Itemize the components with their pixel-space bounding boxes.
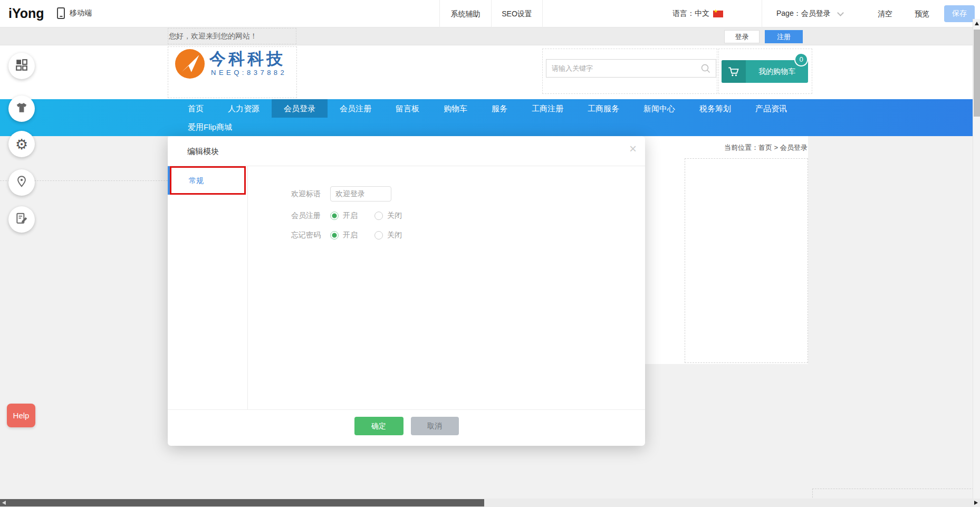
forgot-password-label: 忘记密码 <box>284 231 321 240</box>
edit-content-button[interactable] <box>8 206 35 233</box>
site-userbar: 您好，欢迎来到您的网站！ 登录 注册 <box>0 27 980 45</box>
cart-icon <box>722 60 746 83</box>
gear-icon: ⚙ <box>15 137 28 151</box>
search-input[interactable] <box>552 60 694 77</box>
save-button[interactable]: 保存 <box>944 5 975 22</box>
china-flag-icon <box>713 11 723 17</box>
language-selector[interactable]: 语言：中文 <box>672 0 723 27</box>
horizontal-scroll-thumb[interactable] <box>0 499 484 506</box>
clear-button[interactable]: 清空 <box>878 0 892 27</box>
page-selector[interactable]: Page：会员登录 <box>776 0 843 27</box>
app-logo: iYong <box>8 6 44 21</box>
radio-off[interactable] <box>374 231 383 240</box>
nav-item[interactable]: 留言板 <box>383 99 431 118</box>
tshirt-icon <box>14 100 29 117</box>
nav-item[interactable]: 税务筹划 <box>687 99 743 118</box>
site-search <box>546 59 716 78</box>
page-selector-label: Page：会员登录 <box>776 9 831 18</box>
location-button[interactable] <box>8 169 35 196</box>
nav-item[interactable]: 新闻中心 <box>631 99 687 118</box>
register-button[interactable]: 注册 <box>765 30 803 43</box>
scroll-left-arrow-icon[interactable] <box>2 501 6 505</box>
nav-item[interactable]: 产品资讯 <box>743 99 799 118</box>
scroll-right-arrow-icon[interactable] <box>974 501 978 505</box>
edit-module-dialog: 编辑模块 × 常规 欢迎标语 会员注册 开启 关闭 忘记密码 开启 关闭 确定 … <box>168 136 645 446</box>
scroll-up-arrow-icon[interactable] <box>975 22 979 25</box>
mobile-label: 移动端 <box>70 8 92 18</box>
search-icon[interactable] <box>700 63 711 76</box>
nav-item[interactable]: 工商注册 <box>520 99 575 118</box>
helper-menu: 系统辅助SEO设置 <box>439 0 543 27</box>
login-button[interactable]: 登录 <box>724 30 760 43</box>
helper-menu-item[interactable]: 系统辅助 <box>439 0 491 27</box>
breadcrumb: 当前位置：首页 > 会员登录 <box>724 143 808 152</box>
nav-item[interactable]: 会员注册 <box>328 99 383 118</box>
cancel-button[interactable]: 取消 <box>411 417 459 435</box>
welcome-slogan-row: 欢迎标语 <box>284 186 391 202</box>
company-logo-icon <box>175 49 205 79</box>
mobile-phone-icon <box>57 7 65 19</box>
chevron-down-icon <box>837 9 844 16</box>
vertical-scrollbar[interactable] <box>973 19 980 499</box>
company-name: 今科科技 <box>209 48 285 70</box>
location-pin-icon <box>15 175 28 190</box>
mobile-view-toggle[interactable]: 移动端 <box>57 7 92 19</box>
radio-on-selected[interactable] <box>330 231 339 240</box>
nav-row-2: 爱用Flip商城 <box>0 118 980 136</box>
nav-item[interactable]: 购物车 <box>431 99 479 118</box>
nav-item[interactable]: 人力资源 <box>216 99 272 118</box>
layout-grid-button[interactable] <box>8 53 35 79</box>
dialog-footer: 确定 取消 <box>168 409 645 446</box>
divider <box>762 0 762 27</box>
member-register-row: 会员注册 开启 关闭 <box>284 210 419 222</box>
language-label: 语言：中文 <box>672 9 709 18</box>
nav-item[interactable]: 服务 <box>479 99 520 118</box>
confirm-button[interactable]: 确定 <box>354 417 403 435</box>
nav-item[interactable]: 爱用Flip商城 <box>176 118 244 136</box>
helper-menu-item[interactable]: SEO设置 <box>491 0 543 27</box>
welcome-slogan-input[interactable] <box>330 186 391 202</box>
dialog-title: 编辑模块 <box>187 147 219 157</box>
greeting-text: 您好，欢迎来到您的网站！ <box>169 32 257 41</box>
dialog-tab-column: 常规 <box>168 166 248 409</box>
highlight-red-box <box>170 166 246 195</box>
radio-off-label[interactable]: 关闭 <box>387 231 402 240</box>
company-neeq-code: NEEQ:837882 <box>211 69 287 76</box>
site-header: 今科科技 NEEQ:837882 我的购物车 <box>0 45 980 99</box>
radio-on-label[interactable]: 开启 <box>343 211 358 221</box>
member-register-label: 会员注册 <box>284 211 321 221</box>
welcome-slogan-label: 欢迎标语 <box>284 189 321 199</box>
nav-row-1: 首页人力资源会员登录会员注册留言板购物车服务工商注册工商服务新闻中心税务筹划产品… <box>0 99 980 118</box>
vertical-scroll-thumb[interactable] <box>974 30 980 117</box>
cart-count-badge: 0 <box>794 53 808 66</box>
edit-doc-icon <box>15 212 28 227</box>
horizontal-scrollbar[interactable] <box>0 499 980 507</box>
help-button[interactable]: Help <box>7 404 35 427</box>
forgot-password-row: 忘记密码 开启 关闭 <box>284 229 419 241</box>
radio-on-label[interactable]: 开启 <box>343 231 358 240</box>
dialog-header: 编辑模块 × <box>168 136 645 166</box>
nav-item[interactable]: 首页 <box>176 99 216 118</box>
close-icon[interactable]: × <box>629 142 637 155</box>
nav-item[interactable]: 工商服务 <box>575 99 631 118</box>
settings-button[interactable]: ⚙ <box>8 131 35 157</box>
theme-style-button[interactable] <box>8 95 35 122</box>
layout-grid-icon <box>15 58 28 74</box>
radio-off[interactable] <box>374 212 383 220</box>
radio-off-label[interactable]: 关闭 <box>387 211 402 221</box>
preview-button[interactable]: 预览 <box>915 0 929 27</box>
radio-on-selected[interactable] <box>330 212 339 220</box>
site-main-nav: 首页人力资源会员登录会员注册留言板购物车服务工商注册工商服务新闻中心税务筹划产品… <box>0 99 980 136</box>
editor-topbar: iYong 移动端 系统辅助SEO设置 语言：中文 Page：会员登录 清空 预… <box>0 0 980 27</box>
content-placeholder-outline <box>685 158 808 363</box>
nav-item[interactable]: 会员登录 <box>272 99 328 118</box>
